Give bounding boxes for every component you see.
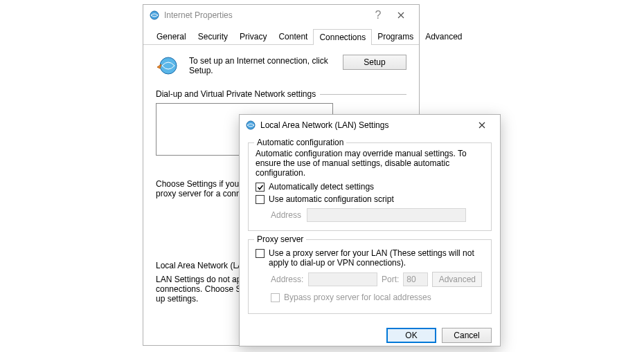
dialup-label: Dial-up and Virtual Private Network sett… [156,89,316,99]
help-button[interactable]: ? [368,9,388,21]
proxy-port-input [403,272,428,286]
window-title: Internet Properties [164,10,368,20]
use-proxy-checkbox[interactable] [256,249,265,258]
lan-window-title: Local Area Network (LAN) Settings [260,120,469,130]
tab-privacy[interactable]: Privacy [233,28,273,44]
globe-icon [156,55,179,78]
divider [320,94,406,95]
auto-detect-label: Automatically detect settings [269,182,374,192]
setup-text: To set up an Internet connection, click … [189,55,333,75]
ok-button[interactable]: OK [386,328,436,343]
internet-options-icon [245,120,256,131]
tabstrip: General Security Privacy Content Connect… [143,26,419,45]
bypass-checkbox [271,293,280,302]
auto-config-group: Automatic configuration Automatic config… [248,142,492,231]
proxy-address-input [308,272,377,286]
use-proxy-label: Use a proxy server for your LAN (These s… [269,248,484,268]
tab-connections[interactable]: Connections [313,29,372,45]
proxy-group: Proxy server Use a proxy server for your… [248,239,492,314]
tab-advanced[interactable]: Advanced [419,28,468,44]
use-script-checkbox[interactable] [256,195,265,204]
proxy-address-label: Address: [271,275,304,284]
proxy-legend: Proxy server [254,234,306,244]
use-script-label: Use automatic configuration script [269,194,394,204]
close-button[interactable] [388,6,413,24]
tab-content[interactable]: Content [272,28,314,44]
tab-programs[interactable]: Programs [371,28,420,44]
internet-options-icon [149,10,160,21]
proxy-port-label: Port: [382,275,399,284]
tab-security[interactable]: Security [192,28,234,44]
script-address-input [307,208,466,222]
cancel-button[interactable]: Cancel [442,328,492,343]
tab-general[interactable]: General [150,28,193,44]
auto-config-legend: Automatic configuration [254,138,346,147]
titlebar: Internet Properties ? [143,5,419,26]
lan-close-button[interactable] [469,116,494,134]
setup-button[interactable]: Setup [343,55,406,70]
auto-detect-checkbox[interactable] [256,183,265,192]
lan-settings-dialog: Local Area Network (LAN) Settings Automa… [239,114,501,346]
script-address-label: Address [271,210,301,220]
auto-config-note: Automatic configuration may override man… [256,149,484,178]
proxy-advanced-button: Advanced [432,272,482,287]
bypass-label: Bypass proxy server for local addresses [284,293,431,302]
dialog-button-row: OK Cancel [240,322,500,350]
lan-titlebar: Local Area Network (LAN) Settings [240,115,500,136]
